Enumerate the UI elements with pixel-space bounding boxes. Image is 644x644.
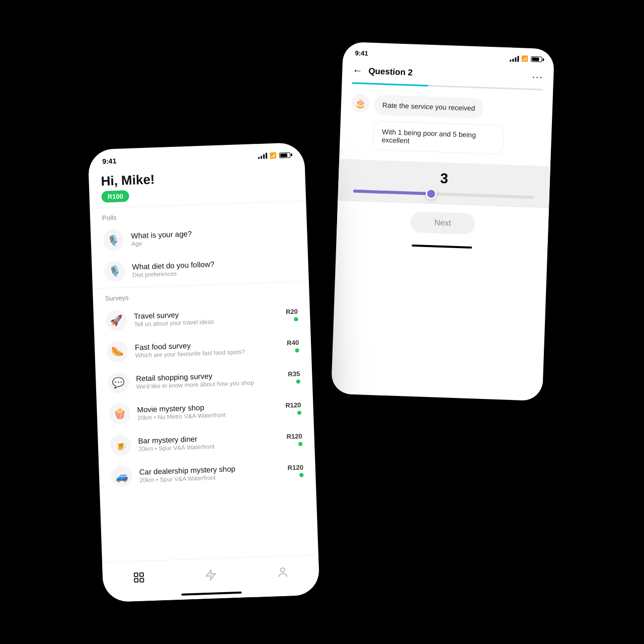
fastfood-survey-text: Fast food survey Which are your favourit… bbox=[135, 338, 280, 359]
slider-section: 3 bbox=[338, 159, 550, 208]
travel-survey-text: Travel survey Tell us about your travel … bbox=[134, 307, 279, 328]
movie-survey-icon: 🍿 bbox=[109, 403, 130, 425]
person-icon bbox=[277, 566, 289, 579]
fastfood-survey-icon: 🌭 bbox=[107, 341, 128, 362]
battery-icon bbox=[531, 56, 542, 62]
back-status-icons: 📶 bbox=[510, 55, 542, 62]
svg-rect-1 bbox=[139, 573, 143, 576]
svg-rect-2 bbox=[134, 578, 138, 582]
more-options-button[interactable]: ··· bbox=[532, 71, 543, 83]
front-time: 9:41 bbox=[102, 157, 117, 166]
back-arrow-button[interactable]: ← bbox=[352, 65, 363, 77]
svg-point-4 bbox=[281, 568, 285, 572]
chat-message-1: 🎂 Rate the service you received bbox=[351, 94, 542, 121]
home-indicator bbox=[181, 592, 242, 596]
bot-avatar: 🎂 bbox=[351, 94, 369, 113]
nav-profile[interactable] bbox=[269, 562, 297, 582]
chat-area: 🎂 Rate the service you received With 1 b… bbox=[339, 84, 553, 167]
svg-rect-0 bbox=[134, 573, 137, 576]
slider-track[interactable] bbox=[353, 190, 534, 199]
next-button[interactable]: Next bbox=[410, 211, 475, 234]
front-phone: 9:41 📶 Hi, Mike! R100 Polls 🎙️ bbox=[88, 142, 319, 602]
front-signal-icon bbox=[258, 152, 267, 159]
front-battery-icon bbox=[279, 152, 290, 158]
movie-survey-text: Movie mystery shop 20km • Nu Metro V&A W… bbox=[137, 400, 279, 422]
travel-survey-icon: 🚀 bbox=[106, 309, 127, 331]
retail-dot bbox=[296, 379, 300, 383]
fastfood-survey-right: R40 bbox=[287, 339, 299, 353]
slider-fill bbox=[353, 190, 435, 196]
fastfood-reward: R40 bbox=[287, 339, 299, 347]
home-indicator bbox=[412, 245, 472, 249]
retail-survey-icon: 💬 bbox=[108, 372, 129, 393]
car-survey-icon: 🚙 bbox=[111, 465, 132, 487]
travel-dot bbox=[294, 317, 298, 321]
bar-survey-text: Bar mystery diner 20km • Spur V&A Waterf… bbox=[138, 432, 280, 453]
lightning-icon bbox=[205, 569, 217, 581]
car-dot bbox=[299, 473, 303, 477]
travel-survey-right: R20 bbox=[286, 307, 298, 321]
front-wifi-icon: 📶 bbox=[270, 152, 277, 158]
retail-survey-text: Retail shopping survey We'd like to know… bbox=[136, 369, 281, 390]
front-status-icons: 📶 bbox=[258, 151, 290, 159]
movie-survey-right: R120 bbox=[285, 401, 301, 415]
retail-survey-right: R35 bbox=[288, 370, 300, 384]
movie-dot bbox=[297, 411, 301, 415]
car-survey-right: R120 bbox=[287, 463, 303, 477]
bar-dot bbox=[298, 442, 302, 446]
spacer bbox=[351, 120, 369, 120]
slider-thumb[interactable] bbox=[425, 188, 437, 200]
bar-survey-icon: 🍺 bbox=[110, 434, 131, 456]
bar-survey-right: R120 bbox=[286, 432, 302, 446]
bar-reward: R120 bbox=[286, 432, 302, 440]
car-reward: R120 bbox=[287, 463, 303, 471]
signal-icon bbox=[510, 55, 519, 62]
slider-value: 3 bbox=[349, 167, 540, 190]
rate-service-bubble: Rate the service you received bbox=[374, 95, 484, 119]
back-phone: 9:41 📶 ← Question 2 ··· bbox=[331, 42, 554, 401]
wifi-icon: 📶 bbox=[521, 55, 528, 62]
retail-reward: R35 bbox=[288, 370, 300, 378]
bottom-nav bbox=[102, 554, 320, 602]
movie-reward: R120 bbox=[285, 401, 301, 409]
age-poll-text: What is your age? Age bbox=[131, 226, 295, 248]
diet-poll-icon: 🎙️ bbox=[104, 260, 125, 282]
travel-reward: R20 bbox=[286, 307, 298, 315]
grid-icon bbox=[132, 571, 145, 584]
next-button-area: Next bbox=[337, 201, 549, 246]
rating-description-bubble: With 1 being poor and 5 being excellent bbox=[373, 121, 505, 154]
chat-message-2: With 1 being poor and 5 being excellent bbox=[350, 120, 542, 155]
nav-home[interactable] bbox=[124, 568, 153, 587]
nav-activity[interactable] bbox=[196, 565, 225, 584]
svg-rect-3 bbox=[140, 578, 143, 582]
scene: 9:41 📶 ← Question 2 ··· bbox=[96, 45, 548, 599]
reward-badge: R100 bbox=[101, 190, 129, 203]
question-title: Question 2 bbox=[368, 66, 526, 82]
age-poll-icon: 🎙️ bbox=[103, 229, 124, 251]
back-time: 9:41 bbox=[355, 49, 368, 57]
car-survey-text: Car dealership mystery shop 20km • Spur … bbox=[139, 463, 281, 484]
fastfood-dot bbox=[295, 348, 299, 352]
diet-poll-text: What diet do you follow? Diet preference… bbox=[132, 257, 296, 278]
